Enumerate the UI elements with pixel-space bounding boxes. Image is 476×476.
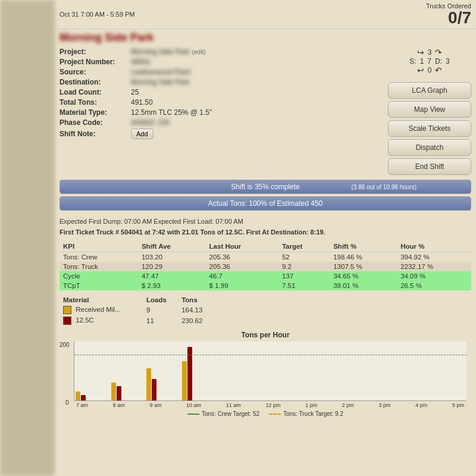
first-dump-line2: First Ticket Truck # 504041 at 7:42 with… xyxy=(60,227,471,238)
bar-group xyxy=(76,392,111,400)
hour-pct-col-header: Hour % xyxy=(397,241,471,252)
material-section: Material Loads Tons Received Mil... 9 16… xyxy=(55,293,476,328)
kpi-name: Tons: Truck xyxy=(60,262,138,271)
map-view-button[interactable]: Map View xyxy=(388,101,471,118)
first-dump-line1: Expected First Dump: 07:00 AM Expected F… xyxy=(60,217,471,227)
kpi-hour-pct: 26.5 % xyxy=(397,281,471,290)
dispatch-button[interactable]: Dispatch xyxy=(388,139,471,156)
trucks-back-count: 0 xyxy=(428,66,432,74)
chart-x-label: 12 pm xyxy=(265,402,280,408)
phase-code-value: 4A0001 100 xyxy=(131,118,170,127)
shift-complete-text: Shift is 35% complete xyxy=(231,183,299,191)
destination-row: Destination: Morning Side Park xyxy=(60,78,383,86)
kpi-shift-pct: 34.65 % xyxy=(330,271,397,281)
kpi-shift-ave: 47.47 xyxy=(138,271,206,281)
material-row: Received Mil... 9 164.13 xyxy=(60,305,214,315)
bar-yellow xyxy=(111,383,116,400)
kpi-row: Cycle 47.47 46.7 137 34.65 % 34.09 % xyxy=(60,271,471,281)
material-name: Received Mil... xyxy=(60,305,143,315)
end-shift-button[interactable]: End Shift xyxy=(388,158,471,175)
bar-dark-red xyxy=(81,395,86,400)
arrow-back-icon: ↩ xyxy=(417,65,424,75)
kpi-shift-ave: 103.20 xyxy=(138,252,206,262)
kpi-target: 9.2 xyxy=(278,262,330,271)
chart-legend: Tons: Crew Target: 52 Tons: Truck Target… xyxy=(60,411,471,417)
chart-x-label: 7 am xyxy=(76,402,88,408)
project-value: Morning Side Park xyxy=(131,48,190,56)
shift-progress-text: Shift is 35% complete (3.86 out of 10.98… xyxy=(60,180,471,193)
bar-dark-red xyxy=(117,386,121,400)
loads-col-header: Loads xyxy=(143,295,178,305)
tons-col-header: Tons xyxy=(178,295,214,305)
material-name: 12.5C xyxy=(60,315,143,326)
kpi-shift-pct: 39.01 % xyxy=(330,281,397,290)
trucks-back-row: ↩ 0 ↶ xyxy=(417,65,443,75)
scale-tickets-button[interactable]: Scale Tickets xyxy=(388,120,471,137)
kpi-name: Cycle xyxy=(60,271,138,281)
destination-label: Destination: xyxy=(60,78,131,86)
chart-x-label: 1 pm xyxy=(305,402,317,408)
project-number-value: 48001 xyxy=(131,58,151,66)
s-label: S: xyxy=(409,57,416,65)
chart-wrapper: 200 0 xyxy=(74,342,471,401)
kpi-target: 137 xyxy=(278,271,330,281)
kpi-last-hour: 46.7 xyxy=(206,271,278,281)
kpi-shift-ave: 120.29 xyxy=(138,262,206,271)
shift-note-label: Shift Note: xyxy=(60,130,131,138)
kpi-shift-pct: 198.46 % xyxy=(330,252,397,262)
material-type-row: Material Type: 12.5mm TLC 25% @ 1.5" xyxy=(60,108,383,117)
bar-yellow xyxy=(146,368,151,400)
bars-wrapper xyxy=(74,342,466,400)
trucks-out-row: ↪ 3 ↷ xyxy=(417,48,443,57)
trucks-sd-row: S: 1 7 D: 3 xyxy=(409,57,449,65)
chart-target-line xyxy=(74,355,466,355)
total-tons-value: 491.50 xyxy=(131,98,153,107)
chart-x-label: 3 pm xyxy=(379,402,391,408)
project-number-label: Project Number: xyxy=(60,58,131,66)
bar-yellow xyxy=(76,392,80,400)
right-panel: ↪ 3 ↷ S: 1 7 D: 3 ↩ 0 ↶ xyxy=(388,48,471,175)
legend-truck-line xyxy=(269,414,281,415)
date-range: Oct 31 7:00 AM - 5:59 PM xyxy=(60,11,135,18)
material-type-label: Material Type: xyxy=(60,108,131,117)
chart-x-labels: 7 am8 am9 am10 am11 am12 pm1 pm2 pm3 pm4… xyxy=(74,401,466,409)
add-note-button[interactable]: Add xyxy=(131,129,154,139)
trucks-ordered-area: Trucks Ordered 0/7 xyxy=(426,2,471,26)
shift-note-row: Shift Note: Add xyxy=(60,129,383,139)
header: Oct 31 7:00 AM - 5:59 PM Trucks Ordered … xyxy=(55,0,476,29)
material-color-swatch xyxy=(63,306,71,314)
source-label: Source: xyxy=(60,68,131,76)
legend-crew: Tons: Crew Target: 52 xyxy=(187,411,259,417)
s-value: 1 xyxy=(420,57,424,65)
edit-link[interactable]: (edit) xyxy=(192,49,206,55)
kpi-target: 52 xyxy=(278,252,330,262)
legend-crew-line xyxy=(187,414,199,415)
bar-yellow xyxy=(182,361,187,400)
kpi-section: KPI Shift Ave Last Hour Target Shift % H… xyxy=(55,239,476,293)
trucks-ordered-value: 0/7 xyxy=(426,10,471,26)
total-tons-row: Total Tons: 491.50 xyxy=(60,98,383,107)
material-header-row: Material Loads Tons xyxy=(60,295,214,305)
chart-x-label: 2 pm xyxy=(342,402,354,408)
material-table: Material Loads Tons Received Mil... 9 16… xyxy=(60,295,214,326)
lca-graph-button[interactable]: LCA Graph xyxy=(388,82,471,99)
chart-x-label: 9 am xyxy=(149,402,161,408)
material-type-value: 12.5mm TLC 25% @ 1.5" xyxy=(131,108,212,117)
material-tons: 230.62 xyxy=(178,315,214,326)
bar-dark-red xyxy=(152,379,156,400)
legend-crew-label: Tons: Crew Target: 52 xyxy=(202,411,259,417)
material-loads: 11 xyxy=(143,315,178,326)
arrow-out2-icon: ↷ xyxy=(435,48,442,57)
chart-area xyxy=(74,342,466,401)
material-color-swatch xyxy=(63,317,71,325)
load-count-value: 25 xyxy=(131,88,139,96)
shift-pct-col-header: Shift % xyxy=(330,241,397,252)
kpi-name: Tons: Crew xyxy=(60,252,138,262)
material-loads: 9 xyxy=(143,305,178,315)
shift-hours-text: (3.86 out of 10.98 hours) xyxy=(351,184,416,190)
d-label: D: xyxy=(435,57,442,65)
chart-x-label: 5 pm xyxy=(452,402,464,408)
chart-title: Tons per Hour xyxy=(60,331,471,339)
kpi-last-hour: 205.36 xyxy=(206,262,278,271)
destination-value: Morning Side Park xyxy=(131,78,190,86)
